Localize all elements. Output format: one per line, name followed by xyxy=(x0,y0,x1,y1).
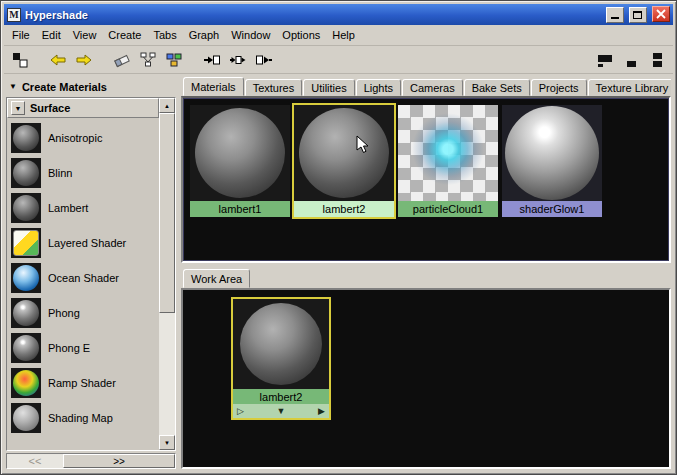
lambert2-label: lambert2 xyxy=(294,201,394,217)
maximize-icon xyxy=(633,11,642,19)
menu-create[interactable]: Create xyxy=(102,26,147,44)
work-area-tab-row: Work Area xyxy=(181,269,671,288)
tab-utilities[interactable]: Utilities xyxy=(303,79,354,96)
input-connections-icon xyxy=(204,52,220,68)
swatch-particlecloud1[interactable]: particleCloud1 xyxy=(396,103,500,219)
layout-bottom-tabs-only-icon xyxy=(623,52,639,68)
phong-swatch-icon xyxy=(11,298,41,328)
menu-file[interactable]: File xyxy=(6,26,36,44)
close-icon xyxy=(656,9,666,19)
show-output-connections-button[interactable] xyxy=(252,49,276,71)
graph-materials-icon xyxy=(166,52,182,68)
shaderglow1-thumbnail xyxy=(502,105,602,201)
menu-help[interactable]: Help xyxy=(326,26,361,44)
mouse-cursor xyxy=(356,135,370,155)
material-item-phong[interactable]: Phong xyxy=(9,295,159,330)
lambert2-thumbnail xyxy=(294,105,394,201)
minimize-button[interactable] xyxy=(606,7,624,23)
material-item-blinn[interactable]: Blinn xyxy=(9,155,159,190)
materials-view[interactable]: lambert1 lambert2 particleCloud1 xyxy=(181,96,671,263)
material-label: Ocean Shader xyxy=(48,272,119,284)
rearrange-graph-button[interactable] xyxy=(136,49,160,71)
show-outputs-toggle[interactable]: ▶ xyxy=(318,407,325,416)
scene-tab-row: Materials Textures Utilities Lights Came… xyxy=(181,77,671,96)
node-lambert2[interactable]: lambert2 ▷ ▼ ▶ xyxy=(231,297,331,420)
swatch-shaderglow1[interactable]: shaderGlow1 xyxy=(500,103,604,219)
menu-window[interactable]: Window xyxy=(225,26,276,44)
layout-top-tabs-only-button[interactable] xyxy=(593,49,617,71)
show-inputs-toggle[interactable]: ▷ xyxy=(237,407,244,416)
tab-texture-library[interactable]: Texture Library xyxy=(588,79,671,96)
material-label: Layered Shader xyxy=(48,237,126,249)
create-bar-pager: << >> xyxy=(6,453,176,469)
material-label: Blinn xyxy=(48,167,72,179)
forward-button[interactable] xyxy=(72,49,96,71)
close-button[interactable] xyxy=(652,6,670,22)
scroll-down-button[interactable]: ▼ xyxy=(159,435,175,450)
scrollbar-track[interactable] xyxy=(159,113,175,435)
node-connection-controls: ▷ ▼ ▶ xyxy=(233,404,329,418)
scrollbar-thumb[interactable] xyxy=(159,113,175,313)
material-item-shading-map[interactable]: Shading Map xyxy=(9,400,159,435)
back-arrow-icon xyxy=(50,52,66,68)
work-area-panel: Work Area lambert2 ▷ ▼ ▶ xyxy=(181,269,671,469)
tab-lights[interactable]: Lights xyxy=(356,79,401,96)
page-back-button[interactable]: << xyxy=(7,454,63,468)
surface-category-bar[interactable]: ▼ Surface xyxy=(7,98,159,118)
collapse-triangle-icon: ▼ xyxy=(9,83,17,91)
material-list-scrollbar[interactable]: ▲ ▼ xyxy=(159,98,175,450)
maximize-button[interactable] xyxy=(629,7,647,23)
material-item-layered-shader[interactable]: Layered Shader xyxy=(9,225,159,260)
output-connections-icon xyxy=(256,52,272,68)
create-materials-header[interactable]: ▼ Create Materials xyxy=(6,77,176,97)
ramp-shader-swatch-icon xyxy=(11,368,41,398)
tab-projects[interactable]: Projects xyxy=(531,79,587,96)
anisotropic-swatch-icon xyxy=(11,123,41,153)
page-forward-button[interactable]: >> xyxy=(63,454,175,468)
clear-graph-button[interactable] xyxy=(110,49,134,71)
show-input-output-connections-button[interactable] xyxy=(226,49,250,71)
tab-work-area[interactable]: Work Area xyxy=(183,269,250,288)
layout-bottom-tabs-only-button[interactable] xyxy=(619,49,643,71)
layout-both-tab-areas-button[interactable] xyxy=(645,49,669,71)
swap-panel-layout-icon xyxy=(12,52,28,68)
material-item-lambert[interactable]: Lambert xyxy=(9,190,159,225)
title-bar[interactable]: M Hypershade xyxy=(4,4,673,25)
surface-dropdown-button[interactable]: ▼ xyxy=(11,101,25,115)
tab-textures[interactable]: Textures xyxy=(245,79,303,96)
menu-graph[interactable]: Graph xyxy=(183,26,226,44)
swatch-lambert1[interactable]: lambert1 xyxy=(188,103,292,219)
menu-view[interactable]: View xyxy=(67,26,103,44)
collapse-node-toggle[interactable]: ▼ xyxy=(277,407,286,416)
lambert1-thumbnail xyxy=(190,105,290,201)
node-lambert2-label: lambert2 xyxy=(233,389,329,404)
material-label: Phong E xyxy=(48,342,90,354)
create-bar-panel: ▼ Create Materials ▼ Surface Anisotropic xyxy=(6,77,176,469)
forward-arrow-icon xyxy=(76,52,92,68)
phong-e-swatch-icon xyxy=(11,333,41,363)
graph-materials-button[interactable] xyxy=(162,49,186,71)
swap-panel-layout-button[interactable] xyxy=(8,49,32,71)
material-label: Phong xyxy=(48,307,80,319)
menu-options[interactable]: Options xyxy=(276,26,326,44)
swatch-lambert2[interactable]: lambert2 xyxy=(292,103,396,219)
material-item-ocean-shader[interactable]: Ocean Shader xyxy=(9,260,159,295)
input-output-connections-icon xyxy=(230,52,246,68)
lambert-swatch-icon xyxy=(11,193,41,223)
material-item-ramp-shader[interactable]: Ramp Shader xyxy=(9,365,159,400)
work-area-view[interactable]: lambert2 ▷ ▼ ▶ xyxy=(181,288,671,469)
material-item-phong-e[interactable]: Phong E xyxy=(9,330,159,365)
scroll-up-button[interactable]: ▲ xyxy=(159,98,175,113)
tab-cameras[interactable]: Cameras xyxy=(402,79,463,96)
tab-bake-sets[interactable]: Bake Sets xyxy=(464,79,530,96)
dropdown-triangle-icon: ▼ xyxy=(15,105,22,112)
back-button[interactable] xyxy=(46,49,70,71)
window-title: Hypershade xyxy=(25,9,600,21)
menu-edit[interactable]: Edit xyxy=(36,26,67,44)
material-item-anisotropic[interactable]: Anisotropic xyxy=(9,120,159,155)
menu-tabs[interactable]: Tabs xyxy=(147,26,182,44)
window-controls xyxy=(604,6,670,23)
tab-materials[interactable]: Materials xyxy=(183,77,244,96)
material-label: Anisotropic xyxy=(48,132,102,144)
show-input-connections-button[interactable] xyxy=(200,49,224,71)
